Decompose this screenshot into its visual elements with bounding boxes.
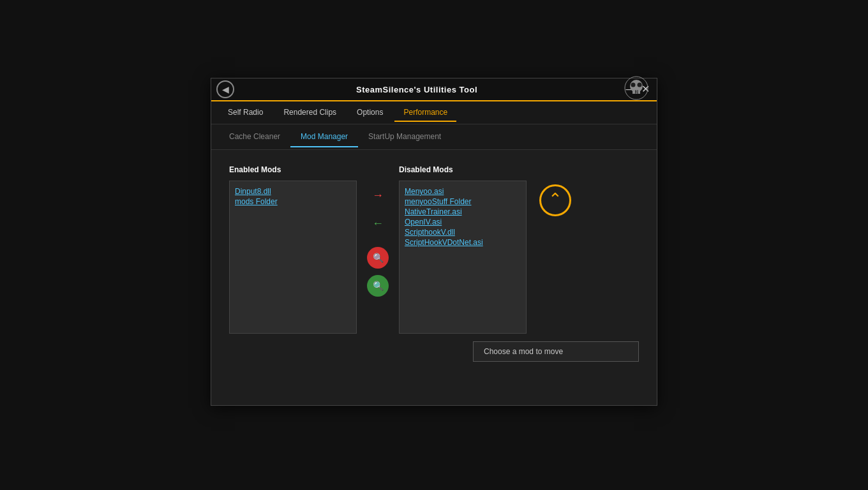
sub-tab-startup-management[interactable]: StartUp Management: [358, 127, 451, 147]
main-window: ◀ SteamSilence's Utilities Tool – ✕: [211, 78, 657, 406]
status-text: Choose a mod to move: [484, 347, 563, 356]
disabled-mods-label: Disabled Mods: [399, 165, 527, 174]
arrow-left-icon: ←: [372, 217, 384, 230]
move-left-button[interactable]: ←: [367, 212, 389, 234]
svg-rect-6: [638, 91, 640, 93]
up-btn-area: ⌃: [527, 165, 571, 216]
list-item[interactable]: ScripthookV.dll: [405, 227, 521, 237]
enabled-mods-list[interactable]: Dinput8.dll mods Folder: [229, 181, 357, 334]
back-button[interactable]: ◀: [216, 80, 234, 98]
sub-tab-cache-cleaner[interactable]: Cache Cleaner: [219, 127, 290, 147]
up-chevron-icon: ⌃: [548, 191, 562, 207]
scroll-up-button[interactable]: ⌃: [539, 184, 571, 216]
list-item[interactable]: mods Folder: [235, 197, 351, 207]
sub-tab-mod-manager[interactable]: Mod Manager: [290, 127, 358, 147]
svg-point-2: [631, 83, 636, 87]
list-item[interactable]: Menyoo.asi: [405, 186, 521, 197]
search-green-icon: 🔍: [373, 281, 384, 291]
skull-icon: [624, 75, 649, 101]
title-bar-center: SteamSilence's Utilities Tool: [211, 85, 622, 94]
nav-tabs: Self Radio Rendered Clips Options Perfor…: [211, 101, 657, 124]
enabled-mods-label: Enabled Mods: [229, 165, 357, 174]
list-item[interactable]: Dinput8.dll: [235, 186, 351, 197]
tab-performance[interactable]: Performance: [394, 104, 456, 122]
bottom-row: Choose a mod to move: [229, 334, 639, 362]
content-area: Enabled Mods Dinput8.dll mods Folder → ←…: [211, 150, 657, 405]
svg-rect-4: [632, 91, 635, 93]
tab-self-radio[interactable]: Self Radio: [219, 104, 272, 122]
list-item[interactable]: OpenIV.asi: [405, 217, 521, 227]
disabled-mods-list[interactable]: Menyoo.asi menyooStuff Folder NativeTrai…: [399, 181, 527, 334]
disabled-mods-column: Disabled Mods Menyoo.asi menyooStuff Fol…: [399, 165, 527, 334]
search-red-button[interactable]: 🔍: [367, 247, 389, 269]
search-green-button[interactable]: 🔍: [367, 275, 389, 297]
status-bar: Choose a mod to move: [473, 341, 639, 362]
arrow-right-icon: →: [372, 189, 384, 202]
window-title: SteamSilence's Utilities Tool: [356, 85, 477, 94]
search-red-icon: 🔍: [373, 253, 384, 263]
mod-controls-column: → ← 🔍 🔍: [357, 165, 399, 297]
skull-logo: [624, 75, 649, 103]
title-bar: ◀ SteamSilence's Utilities Tool – ✕: [211, 78, 657, 101]
enabled-mods-column: Enabled Mods Dinput8.dll mods Folder: [229, 165, 357, 334]
list-item[interactable]: ScriptHookVDotNet.asi: [405, 237, 521, 248]
svg-point-3: [638, 83, 642, 87]
tab-options[interactable]: Options: [348, 104, 392, 122]
sub-tabs: Cache Cleaner Mod Manager StartUp Manage…: [211, 124, 657, 150]
svg-rect-7: [632, 93, 640, 94]
list-item[interactable]: menyooStuff Folder: [405, 197, 521, 207]
mods-layout: Enabled Mods Dinput8.dll mods Folder → ←…: [229, 165, 639, 334]
move-right-button[interactable]: →: [367, 184, 389, 206]
list-item[interactable]: NativeTrainer.asi: [405, 207, 521, 217]
tab-rendered-clips[interactable]: Rendered Clips: [274, 104, 345, 122]
